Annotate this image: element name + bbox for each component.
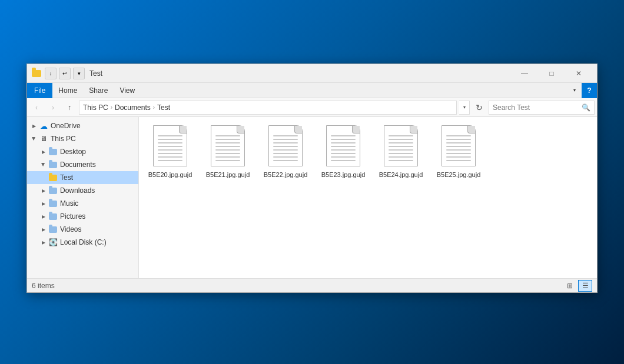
sidebar-label-videos: Videos — [60, 225, 81, 233]
sidebar-item-test[interactable]: Test — [27, 171, 138, 184]
sidebar-label-onedrive: OneDrive — [51, 122, 81, 130]
sidebar-label-downloads: Downloads — [60, 186, 95, 195]
path-documents[interactable]: Documents — [115, 103, 151, 112]
folder-icon-pictures — [48, 212, 58, 221]
file-icon — [324, 125, 362, 169]
folder-icon-downloads — [48, 186, 58, 195]
home-menu[interactable]: Home — [52, 83, 83, 98]
expand-arrow-downloads: ▶ — [39, 186, 48, 195]
expand-arrow-music: ▶ — [39, 199, 48, 208]
up-button[interactable]: ↑ — [62, 101, 77, 115]
main-content: ▶ ☁ OneDrive ▶ 🖥 This PC ▶ Desktop — [27, 117, 597, 278]
file-name: B5E22.jpg.gujd — [264, 171, 308, 179]
expand-arrow-pictures: ▶ — [39, 212, 48, 221]
folder-icon-desktop — [48, 147, 58, 156]
file-item[interactable]: B5E24.jpg.gujd — [374, 122, 427, 182]
path-this-pc[interactable]: This PC — [83, 103, 108, 112]
explorer-window: ↓ ↩ ▾ Test — □ ✕ File Home Share View ▾ … — [26, 64, 598, 293]
expand-arrow-localdisk: ▶ — [39, 238, 48, 247]
file-icon — [209, 125, 247, 169]
sidebar-item-videos[interactable]: ▶ Videos — [27, 223, 138, 236]
sidebar-item-onedrive[interactable]: ▶ ☁ OneDrive — [27, 119, 138, 132]
path-sep-2: › — [153, 104, 155, 111]
sidebar-label-documents: Documents — [60, 161, 96, 169]
address-bar: ‹ › ↑ This PC › Documents › Test ▾ ↻ 🔍 — [27, 98, 597, 117]
view-menu[interactable]: View — [114, 83, 141, 98]
sidebar-item-music[interactable]: ▶ Music — [27, 197, 138, 210]
expand-arrow-thispc: ▶ — [29, 134, 39, 143]
sidebar-item-thispc[interactable]: ▶ 🖥 This PC — [27, 132, 138, 145]
quick-access-toolbar: ↓ ↩ ▾ — [45, 68, 85, 79]
sidebar-label-thispc: This PC — [51, 135, 76, 143]
minimize-button[interactable]: — — [511, 64, 538, 83]
file-name: B5E24.jpg.gujd — [379, 171, 423, 179]
folder-icon-music — [48, 199, 58, 208]
search-icon[interactable]: 🔍 — [582, 103, 590, 112]
file-menu[interactable]: File — [27, 83, 52, 98]
forward-button[interactable]: › — [46, 101, 60, 115]
folder-icon-documents — [48, 160, 58, 169]
sidebar-item-localdisk[interactable]: ▶ 💽 Local Disk (C:) — [27, 236, 138, 249]
quick-btn-1[interactable]: ↓ — [45, 68, 57, 79]
file-item[interactable]: B5E21.jpg.gujd — [201, 122, 254, 182]
address-dropdown[interactable]: ▾ — [459, 101, 470, 115]
address-path[interactable]: This PC › Documents › Test — [79, 101, 457, 115]
sidebar-label-pictures: Pictures — [60, 212, 85, 221]
file-item[interactable]: B5E22.jpg.gujd — [259, 122, 312, 182]
share-menu[interactable]: Share — [83, 83, 114, 98]
details-view[interactable]: ☰ — [578, 280, 592, 292]
expand-arrow-desktop: ▶ — [39, 147, 48, 156]
window-icon — [32, 69, 41, 78]
sidebar-label-music: Music — [60, 199, 78, 208]
sidebar-item-desktop[interactable]: ▶ Desktop — [27, 145, 138, 158]
file-item[interactable]: B5E23.jpg.gujd — [317, 122, 370, 182]
content-pane: B5E20.jpg.gujd B5E21.jpg.gujd B5E22.jpg.… — [139, 117, 597, 278]
path-sep-1: › — [111, 104, 112, 111]
status-bar: 6 items ⊞ ☰ — [27, 278, 597, 292]
sidebar-item-documents[interactable]: ▶ Documents — [27, 158, 138, 171]
close-button[interactable]: ✕ — [565, 64, 592, 83]
path-test[interactable]: Test — [157, 103, 170, 112]
sidebar-label-test: Test — [60, 173, 73, 182]
ribbon-dropdown[interactable]: ▾ — [565, 83, 582, 98]
file-icon — [151, 125, 189, 169]
sidebar-item-downloads[interactable]: ▶ Downloads — [27, 184, 138, 197]
file-icon — [267, 125, 304, 169]
back-button[interactable]: ‹ — [29, 101, 44, 115]
help-button[interactable]: ? — [582, 83, 597, 98]
expand-arrow-videos: ▶ — [39, 225, 48, 234]
window-controls: — □ ✕ — [511, 64, 592, 83]
quick-dropdown[interactable]: ▾ — [73, 68, 85, 79]
search-box[interactable]: 🔍 — [489, 101, 595, 115]
maximize-button[interactable]: □ — [538, 64, 565, 83]
file-item[interactable]: B5E20.jpg.gujd — [144, 122, 197, 182]
file-name: B5E23.jpg.gujd — [321, 171, 366, 179]
file-icon — [382, 125, 420, 169]
refresh-button[interactable]: ↻ — [472, 101, 486, 115]
file-item[interactable]: B5E25.jpg.gujd — [432, 122, 485, 182]
folder-icon-videos — [48, 225, 58, 234]
file-name: B5E20.jpg.gujd — [148, 171, 192, 179]
search-input[interactable] — [493, 103, 582, 112]
sidebar: ▶ ☁ OneDrive ▶ 🖥 This PC ▶ Desktop — [27, 117, 139, 278]
file-name: B5E25.jpg.gujd — [437, 171, 481, 179]
folder-icon-test — [48, 173, 58, 182]
sidebar-label-localdisk: Local Disk (C:) — [60, 238, 107, 246]
sidebar-label-desktop: Desktop — [60, 148, 86, 156]
file-name: B5E21.jpg.gujd — [206, 171, 250, 179]
expand-arrow-documents: ▶ — [39, 160, 48, 169]
large-icons-view[interactable]: ⊞ — [563, 280, 577, 292]
window-title: Test — [89, 69, 511, 78]
item-count: 6 items — [32, 282, 563, 290]
disk-icon: 💽 — [48, 238, 58, 247]
pc-icon: 🖥 — [39, 134, 48, 143]
quick-btn-2[interactable]: ↩ — [59, 68, 71, 79]
title-bar: ↓ ↩ ▾ Test — □ ✕ — [27, 64, 597, 83]
cloud-icon: ☁ — [39, 121, 48, 131]
menu-bar: File Home Share View ▾ ? — [27, 83, 597, 98]
file-icon — [440, 125, 477, 169]
view-buttons: ⊞ ☰ — [563, 280, 592, 292]
sidebar-item-pictures[interactable]: ▶ Pictures — [27, 210, 138, 223]
expand-arrow-onedrive: ▶ — [29, 121, 39, 131]
